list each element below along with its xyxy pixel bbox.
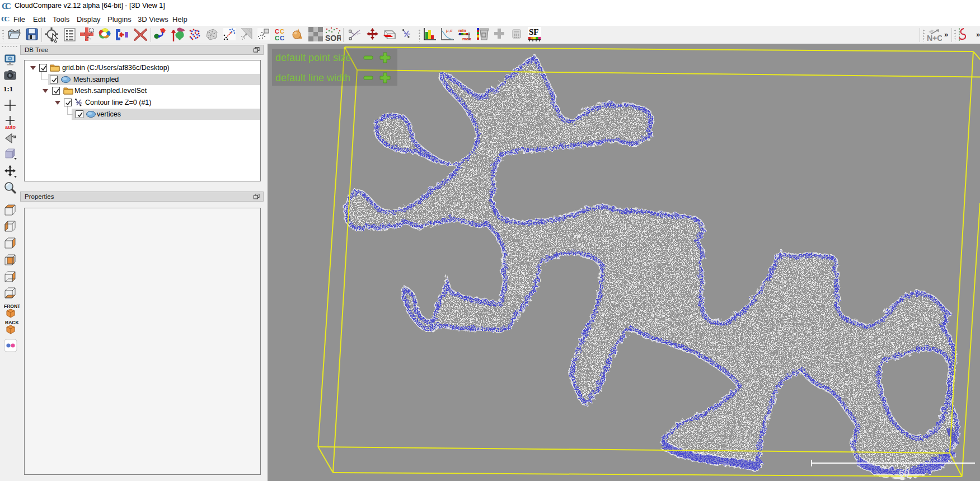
svg-text:C: C bbox=[4, 15, 10, 24]
svg-text:C: C bbox=[280, 35, 284, 41]
svg-text:C: C bbox=[280, 28, 284, 35]
svg-text:μ,σ: μ,σ bbox=[446, 28, 453, 33]
svg-text:default point size: default point size bbox=[275, 52, 351, 63]
svg-text:C: C bbox=[275, 35, 279, 41]
svg-text:max: max bbox=[462, 36, 471, 41]
svg-text:default line width: default line width bbox=[275, 72, 350, 83]
svg-text:SOR: SOR bbox=[325, 34, 341, 43]
svg-text:min: min bbox=[458, 28, 466, 33]
svg-text:C: C bbox=[5, 2, 11, 11]
svg-text:FRONT: FRONT bbox=[4, 303, 21, 309]
svg-text:BACK: BACK bbox=[5, 320, 19, 325]
svg-text:SF: SF bbox=[529, 27, 539, 36]
svg-text:N+C: N+C bbox=[927, 34, 942, 43]
svg-text:auto: auto bbox=[5, 124, 16, 129]
svg-text:60: 60 bbox=[899, 468, 909, 479]
svg-text:C: C bbox=[275, 28, 279, 35]
